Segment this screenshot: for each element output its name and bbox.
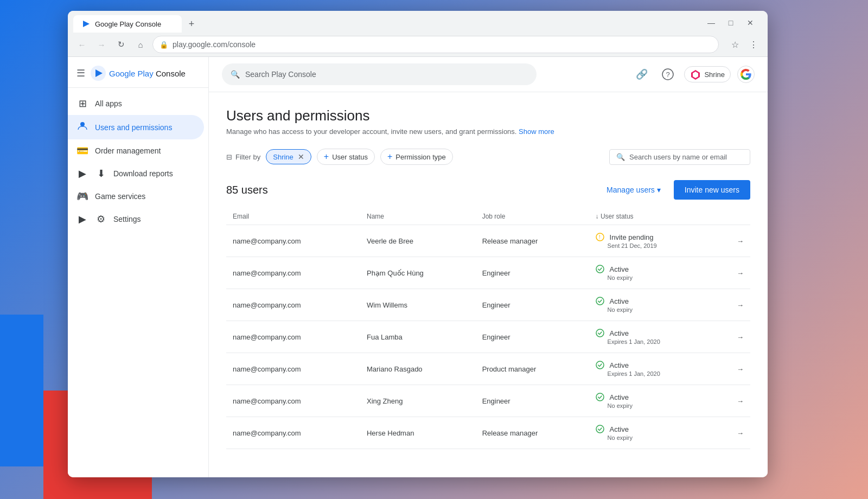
- table-header-email: Email: [226, 208, 360, 225]
- user-status-plus-icon: +: [324, 152, 329, 162]
- search-users-box[interactable]: 🔍 Search users by name or email: [609, 149, 750, 165]
- maximize-button[interactable]: □: [724, 16, 737, 29]
- sidebar-item-settings[interactable]: ▶ ⚙ Settings: [68, 208, 204, 231]
- row-arrow-button[interactable]: →: [717, 417, 750, 449]
- sidebar-item-label-game: Game services: [95, 192, 145, 201]
- game-services-icon: 🎮: [76, 190, 88, 202]
- table-row[interactable]: name@company.com Herse Hedman Release ma…: [226, 417, 750, 449]
- cell-status: Active Expires 1 Jan, 2020: [589, 353, 717, 385]
- table-row[interactable]: name@company.com Phạm Quốc Hùng Engineer…: [226, 257, 750, 289]
- sidebar-item-label-download: Download reports: [113, 169, 173, 178]
- search-users-placeholder: Search users by name or email: [629, 153, 727, 161]
- svg-point-3: [80, 122, 85, 126]
- forward-button[interactable]: →: [94, 37, 109, 52]
- sidebar-item-all-apps[interactable]: ⊞ All apps: [68, 92, 204, 115]
- table-header-user-status: ↓ User status: [589, 208, 717, 225]
- page-subtitle: Manage who has access to your developer …: [226, 127, 750, 136]
- back-button[interactable]: ←: [74, 37, 90, 52]
- users-actions: Manage users ▾ Invite new users: [600, 180, 750, 200]
- shrine-filter-chip[interactable]: Shrine ✕: [266, 149, 311, 164]
- svg-point-15: [596, 425, 604, 433]
- sidebar: ☰ Google Play Console ⊞ All apps: [68, 57, 209, 477]
- sidebar-item-order-management[interactable]: 💳 Order management: [68, 139, 204, 162]
- help-button[interactable]: ?: [658, 65, 678, 84]
- permission-type-plus-icon: +: [387, 152, 392, 162]
- table-row[interactable]: name@company.com Wim Willems Engineer Ac…: [226, 289, 750, 321]
- search-users-icon: 🔍: [616, 153, 625, 161]
- browser-actions: ☆ ⋮: [727, 37, 761, 52]
- cell-email: name@company.com: [226, 321, 360, 353]
- cell-job-role: Release manager: [476, 417, 589, 449]
- active-tab[interactable]: Google Play Console: [73, 15, 182, 33]
- cell-name: Wim Willems: [360, 289, 476, 321]
- row-arrow-button[interactable]: →: [717, 353, 750, 385]
- reload-button[interactable]: ↻: [113, 37, 129, 52]
- play-console-search[interactable]: 🔍 Search Play Console: [222, 63, 537, 85]
- user-status-filter-chip[interactable]: + User status: [317, 149, 375, 165]
- invite-new-users-button[interactable]: Invite new users: [674, 180, 750, 200]
- shrine-badge[interactable]: Shrine: [684, 66, 731, 82]
- page-title: Users and permissions: [226, 107, 750, 124]
- close-button[interactable]: ✕: [744, 16, 757, 29]
- more-button[interactable]: ⋮: [746, 37, 761, 52]
- table-row[interactable]: name@company.com Fua Lamba Engineer Acti…: [226, 321, 750, 353]
- status-detail: No expiry: [608, 274, 711, 281]
- sidebar-item-game-services[interactable]: 🎮 Game services: [68, 185, 204, 208]
- table-row[interactable]: name@company.com Xing Zheng Engineer Act…: [226, 385, 750, 417]
- row-arrow-button[interactable]: →: [717, 385, 750, 417]
- table-row[interactable]: name@company.com Veerle de Bree Release …: [226, 225, 750, 257]
- google-account-button[interactable]: [737, 66, 755, 83]
- sidebar-item-label-users: Users and permissions: [95, 123, 172, 132]
- main-content: 🔍 Search Play Console 🔗 ?: [209, 57, 768, 477]
- cell-job-role: Engineer: [476, 257, 589, 289]
- browser-chrome: Google Play Console + — □ ✕ ← → ↻ ⌂ 🔒 pl…: [68, 11, 768, 57]
- sidebar-item-download-reports[interactable]: ▶ ⬇ Download reports: [68, 162, 204, 185]
- svg-point-14: [596, 393, 604, 401]
- address-bar[interactable]: 🔒 play.google.com/console: [152, 36, 719, 53]
- url-text: play.google.com/console: [173, 40, 256, 49]
- hamburger-button[interactable]: ☰: [76, 67, 85, 79]
- filter-label: ⊟ Filter by: [226, 153, 260, 161]
- table-header: Email Name Job role ↓ User status: [226, 208, 750, 225]
- minimize-button[interactable]: —: [705, 16, 718, 29]
- link-button[interactable]: 🔗: [632, 65, 652, 84]
- cell-job-role: Engineer: [476, 321, 589, 353]
- order-management-icon: 💳: [76, 145, 88, 157]
- svg-text:?: ?: [666, 71, 670, 79]
- sidebar-nav: ⊞ All apps Users and permissions 💳 Order…: [68, 88, 208, 235]
- star-button[interactable]: ☆: [727, 37, 743, 52]
- browser-controls: ← → ↻ ⌂ 🔒 play.google.com/console ☆ ⋮: [68, 33, 768, 56]
- sidebar-logo-text: Google Play Console: [109, 69, 186, 78]
- new-tab-button[interactable]: +: [184, 16, 199, 31]
- show-more-link[interactable]: Show more: [519, 127, 554, 136]
- manage-users-button[interactable]: Manage users ▾: [600, 181, 667, 199]
- download-reports-icon: ⬇: [95, 168, 107, 180]
- row-arrow-button[interactable]: →: [717, 289, 750, 321]
- status-detail: No expiry: [608, 434, 711, 441]
- page-content: Users and permissions Manage who has acc…: [209, 92, 768, 464]
- row-arrow-button[interactable]: →: [717, 225, 750, 257]
- status-badge: Active: [610, 393, 629, 401]
- cell-name: Phạm Quốc Hùng: [360, 257, 476, 289]
- home-button[interactable]: ⌂: [133, 37, 148, 52]
- cell-job-role: Product manager: [476, 353, 589, 385]
- status-badge: Active: [610, 425, 629, 433]
- tab-bar: Google Play Console + — □ ✕: [68, 11, 768, 33]
- sidebar-item-label-orders: Order management: [95, 146, 161, 155]
- tab-favicon: [82, 20, 91, 28]
- permission-type-filter-chip[interactable]: + Permission type: [380, 149, 453, 165]
- row-arrow-button[interactable]: →: [717, 257, 750, 289]
- manage-users-chevron-icon: ▾: [657, 185, 661, 194]
- shrine-icon: [690, 69, 701, 80]
- sidebar-item-users-permissions[interactable]: Users and permissions: [68, 115, 204, 139]
- tab-title: Google Play Console: [95, 20, 161, 28]
- row-arrow-button[interactable]: →: [717, 321, 750, 353]
- table-row[interactable]: name@company.com Mariano Rasgado Product…: [226, 353, 750, 385]
- filter-icon: ⊟: [226, 153, 232, 161]
- permission-type-filter-label: Permission type: [395, 153, 445, 161]
- shrine-filter-close-icon[interactable]: ✕: [298, 152, 304, 161]
- cell-email: name@company.com: [226, 385, 360, 417]
- cell-name: Xing Zheng: [360, 385, 476, 417]
- table-header-name: Name: [360, 208, 476, 225]
- cell-name: Veerle de Bree: [360, 225, 476, 257]
